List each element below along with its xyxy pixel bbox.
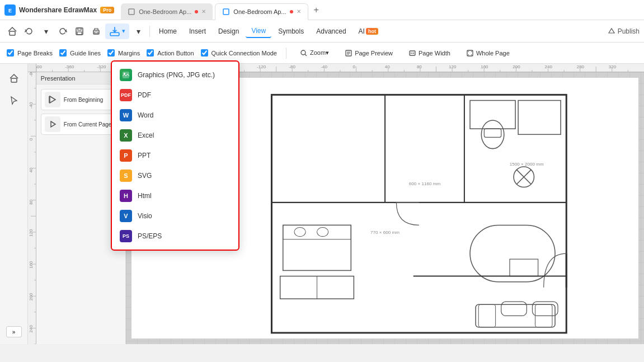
svg-rect-15 bbox=[11, 78, 17, 82]
svg-text:1500 × 2000 mm: 1500 × 2000 mm bbox=[510, 162, 544, 167]
checkbox-action-button[interactable]: Action Button bbox=[147, 49, 194, 57]
add-tab-button[interactable]: + bbox=[311, 5, 322, 15]
page-width-icon bbox=[408, 49, 416, 57]
pdf-icon-text: PDF bbox=[121, 92, 131, 98]
tab-2[interactable]: One-Bedroom Ap... ✕ bbox=[215, 3, 308, 20]
export-html[interactable]: H Html bbox=[112, 186, 238, 206]
publish-button[interactable]: Publish bbox=[608, 27, 640, 35]
svg-text:600 × 1160 mm: 600 × 1160 mm bbox=[409, 181, 441, 186]
export-graphics[interactable]: Graphics (PNG, JPG etc.) bbox=[112, 65, 238, 85]
checkbox-margins-label: Margins bbox=[118, 50, 140, 57]
svg-rect-3 bbox=[223, 9, 229, 15]
export-excel[interactable]: X Excel bbox=[112, 125, 238, 145]
export-dropdown: Graphics (PNG, JPG etc.) PDF PDF W Word … bbox=[111, 60, 239, 251]
tab-1-close[interactable]: ✕ bbox=[201, 8, 206, 15]
undo-button[interactable] bbox=[21, 23, 37, 39]
export-pseps[interactable]: PS PS/EPS bbox=[112, 226, 238, 246]
tab-1-dot bbox=[195, 10, 198, 13]
redo-button[interactable] bbox=[55, 23, 70, 39]
view-sep-1 bbox=[286, 48, 286, 59]
ruler-corner bbox=[28, 64, 36, 72]
page-preview-button[interactable]: Page Preview bbox=[340, 48, 397, 59]
checkbox-quick-connection-input[interactable] bbox=[201, 49, 208, 57]
svg-icon: S bbox=[120, 170, 132, 182]
tab-2-label: One-Bedroom Ap... bbox=[233, 8, 286, 15]
word-icon: W bbox=[120, 109, 132, 121]
svg-marker-18 bbox=[51, 121, 55, 127]
svg-point-51 bbox=[124, 73, 125, 74]
checkbox-margins-input[interactable] bbox=[107, 49, 115, 57]
export-pseps-label: PS/EPS bbox=[138, 232, 162, 240]
checkbox-action-button-label: Action Button bbox=[157, 50, 194, 57]
export-word[interactable]: W Word bbox=[112, 105, 238, 125]
checkbox-page-breaks-input[interactable] bbox=[7, 49, 14, 57]
home-button[interactable] bbox=[4, 23, 20, 39]
view-section-zoom: Zoom▾ Page Preview Page Width Whole Page bbox=[295, 48, 514, 59]
export-pdf[interactable]: PDF PDF bbox=[112, 85, 238, 105]
checkbox-guide-lines[interactable]: Guide lines bbox=[59, 49, 101, 57]
graphics-icon bbox=[120, 69, 132, 81]
more-options-button[interactable]: ▾ bbox=[130, 23, 146, 39]
export-svg[interactable]: S SVG bbox=[112, 166, 238, 186]
from-current-page-btn[interactable]: From Current Page bbox=[41, 114, 121, 135]
svg-text:770 × 600 mm: 770 × 600 mm bbox=[370, 230, 399, 235]
export-icon bbox=[109, 26, 120, 37]
checkbox-action-button-input[interactable] bbox=[147, 49, 154, 57]
menu-ai[interactable]: AI hot bbox=[353, 25, 384, 37]
from-current-icon bbox=[45, 116, 60, 132]
checkbox-margins[interactable]: Margins bbox=[107, 49, 140, 57]
collapse-sidebar-button[interactable]: » bbox=[6, 326, 22, 337]
zoom-button[interactable]: Zoom▾ bbox=[295, 48, 333, 59]
export-excel-label: Excel bbox=[138, 131, 154, 139]
from-current-label: From Current Page bbox=[64, 121, 112, 128]
export-ppt[interactable]: P PPT bbox=[112, 145, 238, 166]
checkbox-quick-connection-label: Quick Connection Mode bbox=[211, 50, 277, 57]
page-preview-icon bbox=[345, 49, 352, 57]
whole-page-button[interactable]: Whole Page bbox=[462, 48, 514, 59]
svg-rect-9 bbox=[95, 32, 98, 34]
tab-1-icon bbox=[128, 8, 135, 16]
menu-view[interactable]: View bbox=[246, 25, 271, 38]
from-beginning-btn[interactable]: From Beginning bbox=[41, 89, 121, 110]
zoom-label: Zoom▾ bbox=[310, 49, 329, 57]
menu-advanced[interactable]: Advanced bbox=[311, 25, 351, 37]
export-label: ▾ bbox=[122, 27, 125, 35]
ppt-icon-text: P bbox=[124, 152, 128, 159]
view-section-checkboxes: Page Breaks Guide lines Margins Action B… bbox=[7, 49, 277, 57]
ai-badge: hot bbox=[366, 28, 378, 35]
save-button[interactable] bbox=[72, 23, 87, 39]
from-beginning-icon bbox=[45, 92, 60, 107]
tab-1[interactable]: One-Bedroom Ap... ✕ bbox=[121, 3, 213, 20]
menu-insert[interactable]: Insert bbox=[184, 25, 211, 37]
checkbox-quick-connection[interactable]: Quick Connection Mode bbox=[201, 49, 277, 57]
menu-home[interactable]: Home bbox=[153, 25, 182, 37]
html-icon-text: H bbox=[124, 192, 128, 199]
export-button[interactable]: ▾ bbox=[105, 23, 129, 39]
checkbox-guide-lines-input[interactable] bbox=[59, 49, 67, 57]
app-logo-icon: E bbox=[4, 4, 16, 16]
tab-2-icon bbox=[222, 8, 230, 16]
presentation-title: Presentation bbox=[41, 75, 76, 82]
view-toolbar: Page Breaks Guide lines Margins Action B… bbox=[0, 43, 644, 64]
from-beginning-label: From Beginning bbox=[64, 97, 104, 103]
sidebar-home[interactable] bbox=[4, 68, 24, 88]
checkbox-page-breaks[interactable]: Page Breaks bbox=[7, 49, 53, 57]
menu-symbols[interactable]: Symbols bbox=[272, 25, 309, 37]
tab-2-dot bbox=[290, 10, 293, 13]
svg-marker-16 bbox=[50, 96, 55, 103]
undo-dropdown[interactable]: ▾ bbox=[38, 23, 54, 39]
print-button[interactable] bbox=[88, 23, 104, 39]
sidebar-cursor[interactable] bbox=[4, 91, 24, 111]
menu-design[interactable]: Design bbox=[213, 25, 245, 37]
publish-icon bbox=[608, 27, 615, 35]
export-pdf-label: PDF bbox=[138, 91, 151, 99]
visio-icon-text: V bbox=[124, 213, 128, 219]
page-width-button[interactable]: Page Width bbox=[404, 48, 455, 59]
tab-2-close[interactable]: ✕ bbox=[297, 8, 301, 15]
left-sidebar: » bbox=[0, 64, 28, 344]
export-visio[interactable]: V Visio bbox=[112, 206, 238, 226]
export-svg-label: SVG bbox=[138, 172, 152, 180]
publish-label: Publish bbox=[618, 27, 640, 35]
tab-1-label: One-Bedroom Ap... bbox=[139, 8, 191, 15]
svg-icon-text: S bbox=[124, 172, 128, 179]
